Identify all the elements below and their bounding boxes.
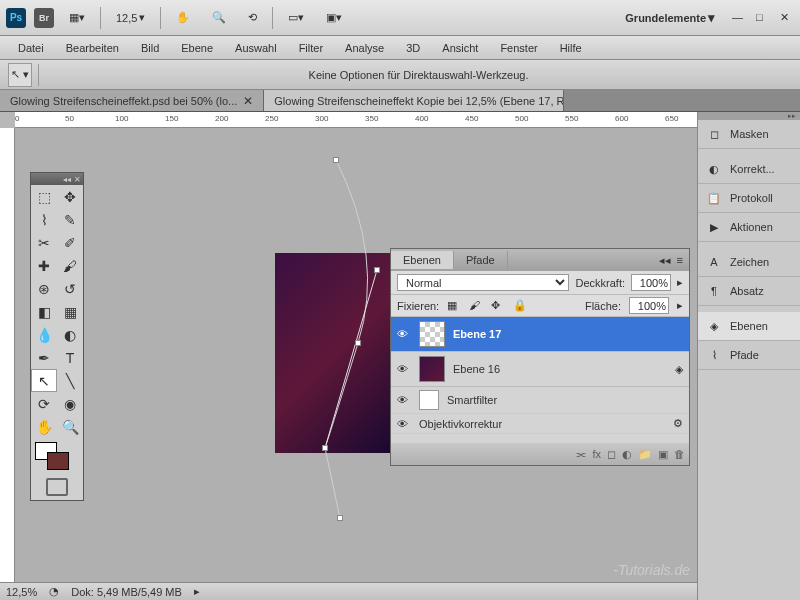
current-tool-icon[interactable]: ↖ ▾ xyxy=(8,63,32,87)
zoom-level-dropdown[interactable]: 12,5 ▾ xyxy=(109,7,152,28)
3d-rotate-tool[interactable]: ⟳ xyxy=(31,392,57,415)
eyedropper-tool[interactable]: ✐ xyxy=(57,231,83,254)
document-tab[interactable]: Glowing Streifenscheineffekt.psd bei 50%… xyxy=(0,90,264,111)
line-tool[interactable]: ╲ xyxy=(57,369,83,392)
dock-tab-aktionen[interactable]: ▶Aktionen xyxy=(698,213,800,242)
direct-select-tool[interactable]: ↖ xyxy=(31,369,57,392)
blend-mode-select[interactable]: Normal xyxy=(397,274,569,291)
layer-mask-icon[interactable]: ◻ xyxy=(607,448,616,461)
tab-paths[interactable]: Pfade xyxy=(454,251,508,269)
menu-filter[interactable]: Filter xyxy=(289,39,333,57)
maximize-icon[interactable]: □ xyxy=(756,11,770,25)
dock-tab-absatz[interactable]: ¶Absatz xyxy=(698,277,800,306)
screen-mode-button[interactable]: ▣▾ xyxy=(319,7,349,28)
arrange-docs-button[interactable]: ▭▾ xyxy=(281,7,311,28)
hand-tool[interactable]: ✋ xyxy=(31,415,57,438)
crop-tool[interactable]: ✂ xyxy=(31,231,57,254)
opacity-flyout-icon[interactable]: ▸ xyxy=(677,276,683,289)
path-anchor[interactable] xyxy=(333,157,339,163)
layer-style-icon[interactable]: fx xyxy=(592,448,601,460)
move-tool[interactable]: ✥ xyxy=(57,185,83,208)
panel-collapse-icon[interactable]: ◂◂ xyxy=(659,254,671,267)
fill-input[interactable] xyxy=(629,297,669,314)
lock-transparency-icon[interactable]: ▦ xyxy=(447,299,461,313)
opacity-input[interactable] xyxy=(631,274,671,291)
dock-tab-ebenen[interactable]: ◈Ebenen xyxy=(698,312,800,341)
link-layers-icon[interactable]: ⫘ xyxy=(575,448,586,460)
visibility-icon[interactable]: 👁 xyxy=(397,328,411,340)
pen-tool[interactable]: ✒ xyxy=(31,346,57,369)
toolbox-header[interactable]: ◂◂✕ xyxy=(31,173,83,185)
layer-group-icon[interactable]: 📁 xyxy=(638,448,652,461)
adjustment-layer-icon[interactable]: ◐ xyxy=(622,448,632,461)
lock-all-icon[interactable]: 🔒 xyxy=(513,299,527,313)
3d-orbit-tool[interactable]: ◉ xyxy=(57,392,83,415)
photoshop-icon[interactable]: Ps xyxy=(6,8,26,28)
path-anchor[interactable] xyxy=(355,340,361,346)
path-anchor[interactable] xyxy=(322,445,328,451)
type-tool[interactable]: T xyxy=(57,346,83,369)
tab-close-icon[interactable]: ✕ xyxy=(243,94,253,108)
smart-filters-header[interactable]: 👁 Smartfilter xyxy=(391,387,689,414)
dock-tab-zeichen[interactable]: AZeichen xyxy=(698,248,800,277)
filter-settings-icon[interactable]: ⚙ xyxy=(673,417,683,430)
panel-menu-icon[interactable]: ≡ xyxy=(677,254,683,267)
document-canvas[interactable] xyxy=(275,253,390,453)
menu-bearbeiten[interactable]: Bearbeiten xyxy=(56,39,129,57)
dock-tab-masken[interactable]: ◻Masken xyxy=(698,120,800,149)
layer-row[interactable]: 👁 Ebene 16 ◈ xyxy=(391,352,689,387)
filter-mask-thumbnail[interactable] xyxy=(419,390,439,410)
zoom-tool[interactable]: 🔍 xyxy=(57,415,83,438)
visibility-icon[interactable]: 👁 xyxy=(397,418,411,430)
hand-tool-button[interactable]: ✋ xyxy=(169,7,197,28)
quick-select-tool[interactable]: ✎ xyxy=(57,208,83,231)
menu-analyse[interactable]: Analyse xyxy=(335,39,394,57)
minimize-icon[interactable]: — xyxy=(732,11,746,25)
bridge-icon[interactable]: Br xyxy=(34,8,54,28)
healing-tool[interactable]: ✚ xyxy=(31,254,57,277)
tab-layers[interactable]: Ebenen xyxy=(391,251,454,269)
menu-bild[interactable]: Bild xyxy=(131,39,169,57)
color-swatches[interactable] xyxy=(31,438,83,474)
menu-ebene[interactable]: Ebene xyxy=(171,39,223,57)
dodge-tool[interactable]: ◐ xyxy=(57,323,83,346)
layout-menu-button[interactable]: ▦▾ xyxy=(62,7,92,28)
stamp-tool[interactable]: ⊛ xyxy=(31,277,57,300)
visibility-icon[interactable]: 👁 xyxy=(397,394,411,406)
layer-thumbnail[interactable] xyxy=(419,356,445,382)
menu-hilfe[interactable]: Hilfe xyxy=(550,39,592,57)
layer-row[interactable]: 👁 Ebene 17 xyxy=(391,317,689,352)
status-docsize[interactable]: Dok: 5,49 MB/5,49 MB xyxy=(71,586,182,598)
dock-collapse[interactable]: ▸▸ xyxy=(698,112,800,120)
dock-tab-pfade[interactable]: ⌇Pfade xyxy=(698,341,800,370)
path-anchor[interactable] xyxy=(337,515,343,521)
menu-fenster[interactable]: Fenster xyxy=(490,39,547,57)
status-flyout-icon[interactable]: ▸ xyxy=(194,585,200,598)
workspace-switcher[interactable]: Grundelemente ▾ xyxy=(618,6,722,29)
history-brush-tool[interactable]: ↺ xyxy=(57,277,83,300)
menu-datei[interactable]: Datei xyxy=(8,39,54,57)
lock-pixels-icon[interactable]: 🖌 xyxy=(469,299,483,313)
menu-3d[interactable]: 3D xyxy=(396,39,430,57)
eraser-tool[interactable]: ◧ xyxy=(31,300,57,323)
gradient-tool[interactable]: ▦ xyxy=(57,300,83,323)
lasso-tool[interactable]: ⌇ xyxy=(31,208,57,231)
brush-tool[interactable]: 🖌 xyxy=(57,254,83,277)
close-icon[interactable]: ✕ xyxy=(780,11,794,25)
path-anchor[interactable] xyxy=(374,267,380,273)
delete-layer-icon[interactable]: 🗑 xyxy=(674,448,685,460)
background-color[interactable] xyxy=(47,452,69,470)
quick-mask-button[interactable] xyxy=(46,478,68,496)
lock-position-icon[interactable]: ✥ xyxy=(491,299,505,313)
zoom-tool-button[interactable]: 🔍 xyxy=(205,7,233,28)
visibility-icon[interactable]: 👁 xyxy=(397,363,411,375)
menu-auswahl[interactable]: Auswahl xyxy=(225,39,287,57)
layer-thumbnail[interactable] xyxy=(419,321,445,347)
rotate-view-button[interactable]: ⟲ xyxy=(241,7,264,28)
status-zoom[interactable]: 12,5% xyxy=(6,586,37,598)
dock-tab-korrekt[interactable]: ◐Korrekt... xyxy=(698,155,800,184)
fill-flyout-icon[interactable]: ▸ xyxy=(677,299,683,312)
menu-ansicht[interactable]: Ansicht xyxy=(432,39,488,57)
blur-tool[interactable]: 💧 xyxy=(31,323,57,346)
new-layer-icon[interactable]: ▣ xyxy=(658,448,668,461)
